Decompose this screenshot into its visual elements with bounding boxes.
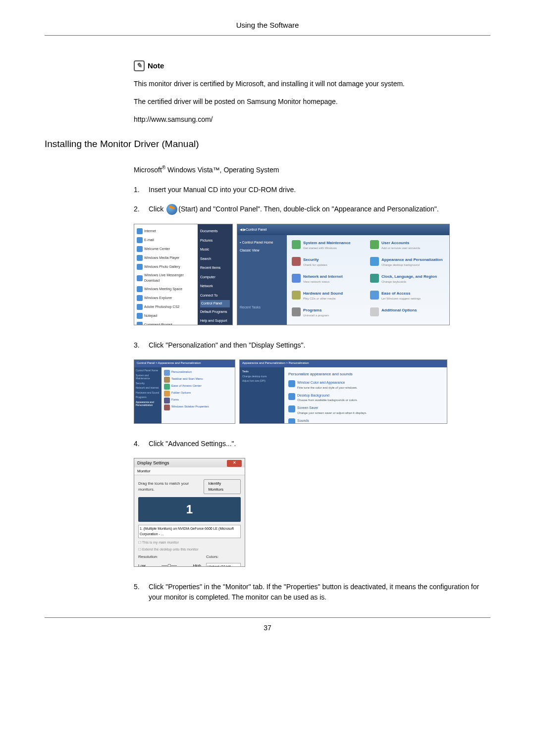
step-2-number: 2.: [134, 204, 149, 214]
identify-monitors-button: Identify Monitors: [204, 479, 241, 494]
screenshot-appearance: Control Panel > Appearance and Personali…: [134, 359, 235, 424]
step-3-number: 3.: [134, 340, 149, 351]
step-5-number: 5.: [134, 582, 149, 592]
page-number: 37: [45, 617, 490, 633]
step-1-text: Insert your Manual CD into your CD-ROM d…: [149, 185, 490, 195]
step-2-text: Click (Start) and "Control Panel". Then,…: [149, 204, 490, 215]
screenshot-control-panel: ◀ ▶ Control Panel • Control Panel Home C…: [237, 224, 450, 325]
section-subtitle: Microsoft® Windows Vista™, Operating Sys…: [134, 164, 490, 175]
step-4-text: Click "Advanced Settings...".: [149, 439, 490, 449]
step-1-number: 1.: [134, 185, 149, 195]
page-header: Using the Software: [45, 20, 490, 31]
step-5-text: Click "Properties" in the "Monitor" tab.…: [149, 582, 490, 603]
header-rule: [45, 35, 490, 36]
note-icon: ✎: [134, 60, 145, 71]
note-text-1: This monitor driver is certified by Micr…: [134, 79, 490, 89]
screenshot-display-settings: Display Settings✕ Monitor Drag the icons…: [134, 458, 245, 567]
screenshot-start-menu: Internet E-mail Welcome Center Windows M…: [134, 224, 233, 325]
note-text-2: The certified driver will be posted on S…: [134, 97, 490, 107]
note-url: http://www.samsung.com/: [134, 114, 490, 125]
section-heading: Installing the Monitor Driver (Manual): [45, 137, 490, 151]
step-4-number: 4.: [134, 439, 149, 449]
step-3-text: Click "Personalization" and then "Displa…: [149, 340, 490, 351]
note-label: Note: [148, 60, 164, 72]
close-icon: ✕: [227, 460, 242, 467]
screenshot-personalization: Appearance and Personalization > Persona…: [239, 359, 447, 424]
start-button-icon: [166, 204, 177, 215]
